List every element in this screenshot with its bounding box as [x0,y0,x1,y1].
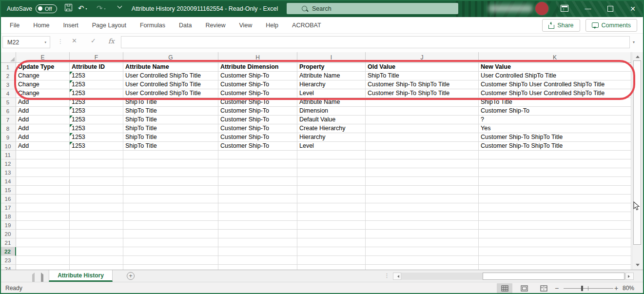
cell-I7[interactable]: Default Value [297,116,366,124]
cell-G13[interactable] [123,168,218,177]
cell-E24[interactable] [16,265,70,270]
cell-J21[interactable] [366,238,479,247]
ribbon-tab-review[interactable]: Review [198,17,232,33]
horizontal-scrollbar-thumb[interactable] [483,273,624,280]
scroll-down-button[interactable] [634,261,641,269]
column-header-H[interactable]: H [218,52,297,63]
view-page-break-button[interactable] [536,283,551,293]
row-header-24[interactable]: 24 [0,265,16,270]
autosave-pill[interactable]: Off [36,4,57,13]
row-header-1[interactable]: 1 [0,63,16,72]
insert-function-icon[interactable]: fx [108,37,115,45]
vertical-scrollbar-thumb[interactable] [633,60,641,245]
column-header-G[interactable]: G [123,52,218,63]
cell-E9[interactable]: Add [16,133,70,142]
cell-F15[interactable] [70,186,123,195]
cell-E18[interactable] [16,212,70,221]
cell-G2[interactable]: User Controlled ShipTo Title [123,72,218,80]
row-header-12[interactable]: 12 [0,159,16,168]
cell-I9[interactable]: Hierarchy [297,133,366,142]
cell-H24[interactable] [218,265,297,270]
cell-J11[interactable] [366,151,479,159]
cell-E17[interactable] [16,203,70,212]
row-header-7[interactable]: 7 [0,116,16,124]
cell-I19[interactable] [297,221,366,230]
cell-K2[interactable]: User Controlled ShipTo Title [479,72,631,80]
cell-E1[interactable]: Update Type [16,63,70,72]
cell-F8[interactable]: 1253 [70,124,123,133]
cell-G14[interactable] [123,177,218,186]
cell-K6[interactable]: Customer Ship-To [479,107,631,116]
ribbon-display-options-icon[interactable] [561,5,568,12]
cell-G21[interactable] [123,238,218,247]
cell-H1[interactable]: Attribute Dimension [218,63,297,72]
cell-K1[interactable]: New Value [479,63,631,72]
cell-G9[interactable]: ShipTo Title [123,133,218,142]
ribbon-tab-formulas[interactable]: Formulas [133,17,172,33]
cell-K17[interactable] [479,203,631,212]
view-page-layout-button[interactable] [516,283,532,293]
cell-G15[interactable] [123,186,218,195]
cell-E23[interactable] [16,256,70,265]
cell-H5[interactable]: Customer Ship-To [218,98,297,107]
cell-H14[interactable] [218,177,297,186]
cell-F11[interactable] [70,151,123,159]
cell-I2[interactable]: Attribute Name [297,72,366,80]
cell-J12[interactable] [366,159,479,168]
save-icon[interactable] [65,4,72,11]
cell-H11[interactable] [218,151,297,159]
row-header-8[interactable]: 8 [0,124,16,133]
cell-K11[interactable] [479,151,631,159]
cell-H20[interactable] [218,230,297,238]
cell-F19[interactable] [70,221,123,230]
column-header-F[interactable]: F [70,52,123,63]
cell-H23[interactable] [218,256,297,265]
cell-H4[interactable]: Customer Ship-To [218,89,297,98]
cell-J1[interactable]: Old Value [366,63,479,72]
row-header-23[interactable]: 23 [0,256,16,265]
cell-K3[interactable]: Customer ShipTo User Controlled ShipTo T… [479,80,631,89]
cell-E6[interactable]: Add [16,107,70,116]
cell-E5[interactable]: Add [16,98,70,107]
cell-G10[interactable]: ShipTo Title [123,142,218,151]
cell-K16[interactable] [479,195,631,203]
cell-J19[interactable] [366,221,479,230]
cell-K23[interactable] [479,256,631,265]
cell-F7[interactable]: 1253 [70,116,123,124]
row-header-10[interactable]: 10 [0,142,16,151]
cell-E19[interactable] [16,221,70,230]
cell-E8[interactable]: Add [16,124,70,133]
cell-I12[interactable] [297,159,366,168]
cell-F9[interactable]: 1253 [70,133,123,142]
row-header-15[interactable]: 15 [0,186,16,195]
cell-F3[interactable]: 1253 [70,80,123,89]
cell-H10[interactable]: Customer Ship-To [218,142,297,151]
row-header-6[interactable]: 6 [0,107,16,116]
ribbon-tab-page-layout[interactable]: Page Layout [85,17,133,33]
cell-K21[interactable] [479,238,631,247]
cell-H19[interactable] [218,221,297,230]
cell-K10[interactable]: Customer Ship-To ShipTo Title [479,142,631,151]
cell-I15[interactable] [297,186,366,195]
cell-E16[interactable] [16,195,70,203]
zoom-slider-track[interactable] [564,288,613,289]
row-header-16[interactable]: 16 [0,195,16,203]
cell-J17[interactable] [366,203,479,212]
cell-E7[interactable]: Add [16,116,70,124]
cell-H17[interactable] [218,203,297,212]
cell-J4[interactable]: Customer Ship-To ShipTo Title [366,89,479,98]
cell-I3[interactable]: Hierarchy [297,80,366,89]
cell-K24[interactable] [479,265,631,270]
cell-J7[interactable] [366,116,479,124]
name-box-dropdown-icon[interactable]: ▾ [44,40,46,44]
cell-F2[interactable]: 1253 [70,72,123,80]
cell-J13[interactable] [366,168,479,177]
customize-quick-access-toolbar-icon[interactable] [117,5,122,8]
cell-E12[interactable] [16,159,70,168]
cell-G1[interactable]: Attribute Name [123,63,218,72]
cell-F18[interactable] [70,212,123,221]
cell-F4[interactable]: 1253 [70,89,123,98]
cell-E20[interactable] [16,230,70,238]
cell-G3[interactable]: User Controlled ShipTo Title [123,80,218,89]
cell-K9[interactable]: Customer Ship-To ShipTo Title [479,133,631,142]
